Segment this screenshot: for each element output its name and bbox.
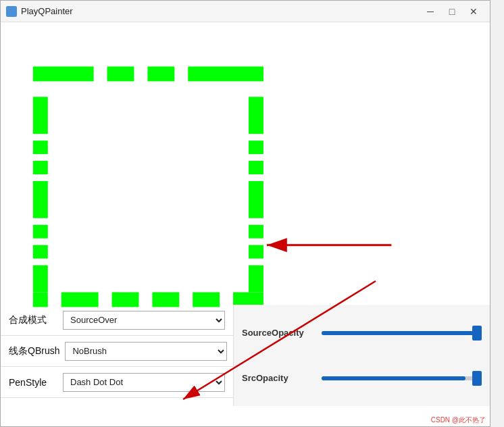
- svg-rect-19: [33, 141, 48, 154]
- svg-rect-3: [188, 66, 249, 81]
- main-window: PlayQPainter ─ □ ✕: [0, 0, 490, 427]
- svg-rect-2: [147, 66, 174, 81]
- left-controls: 合成模式 SourceOver 线条QBrush NoBrush PenStyl…: [1, 305, 244, 406]
- drawing-canvas: [1, 22, 490, 326]
- window-title: PlayQPainter: [21, 6, 420, 16]
- watermark: CSDN @此不热了: [431, 416, 486, 425]
- svg-rect-22: [33, 225, 48, 238]
- penstyle-row: PenStyle Dash Dot Dot: [1, 367, 244, 398]
- svg-rect-1: [107, 66, 134, 81]
- brush-row: 线条QBrush NoBrush: [1, 336, 244, 367]
- window-controls: ─ □ ✕: [420, 2, 484, 21]
- svg-rect-24: [33, 266, 48, 293]
- svg-rect-18: [33, 97, 48, 134]
- minimize-button[interactable]: ─: [420, 2, 441, 21]
- app-icon: [6, 6, 17, 17]
- svg-rect-4: [249, 66, 263, 81]
- canvas-area: [1, 22, 490, 326]
- src-opacity-row: SrcOpacity: [242, 373, 482, 383]
- brush-select[interactable]: NoBrush: [65, 342, 227, 361]
- svg-rect-11: [249, 266, 263, 293]
- source-opacity-fill: [322, 331, 474, 335]
- penstyle-select[interactable]: Dash Dot Dot: [63, 373, 225, 392]
- source-opacity-label: SourceOpacity: [242, 328, 316, 338]
- src-opacity-fill: [322, 376, 465, 380]
- svg-rect-5: [249, 97, 263, 134]
- svg-rect-10: [249, 245, 263, 259]
- close-button[interactable]: ✕: [463, 2, 484, 21]
- src-opacity-thumb: [472, 371, 482, 386]
- composition-label: 合成模式: [9, 314, 57, 326]
- maximize-button[interactable]: □: [441, 2, 463, 21]
- right-panel: SourceOpacity SrcOpacity: [233, 305, 490, 406]
- src-opacity-track[interactable]: [322, 376, 482, 380]
- svg-rect-7: [249, 161, 263, 174]
- svg-rect-6: [249, 141, 263, 154]
- composition-select[interactable]: SourceOver: [63, 311, 225, 330]
- source-opacity-thumb: [472, 326, 482, 341]
- src-opacity-label: SrcOpacity: [242, 373, 316, 383]
- svg-rect-21: [33, 181, 48, 218]
- svg-rect-9: [249, 225, 263, 238]
- source-opacity-row: SourceOpacity: [242, 328, 482, 338]
- brush-label: 线条QBrush: [9, 345, 59, 357]
- source-opacity-track[interactable]: [322, 331, 482, 335]
- svg-rect-8: [249, 181, 263, 218]
- penstyle-label: PenStyle: [9, 377, 57, 388]
- svg-rect-23: [33, 245, 48, 259]
- composition-row: 合成模式 SourceOver: [1, 305, 244, 336]
- svg-rect-0: [33, 66, 94, 81]
- svg-rect-20: [33, 161, 48, 174]
- title-bar: PlayQPainter ─ □ ✕: [1, 1, 490, 22]
